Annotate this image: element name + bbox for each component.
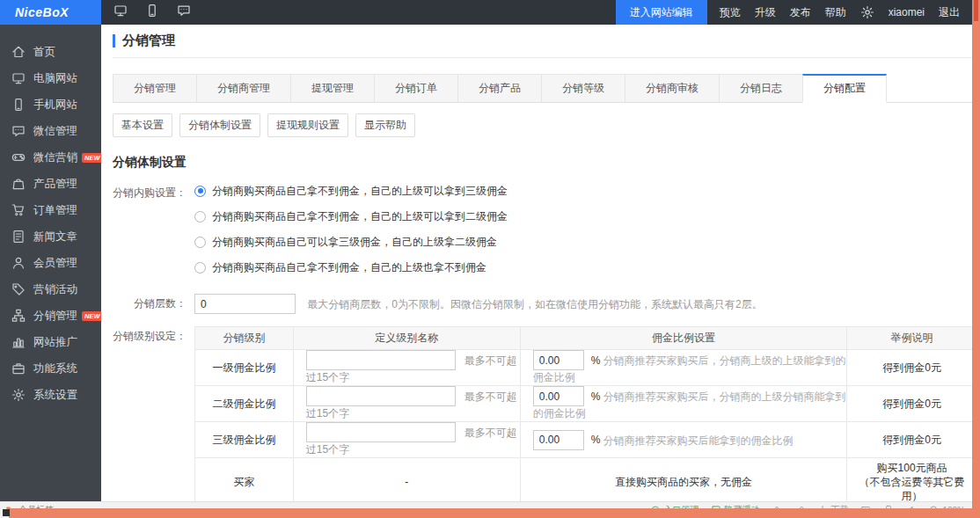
sidebar-item-label: 会员管理: [33, 256, 77, 271]
subbtn-basic[interactable]: 基本设置: [113, 113, 172, 137]
chat-icon: [11, 124, 26, 138]
sidebar-item-product-manage[interactable]: 产品管理: [0, 171, 101, 197]
commission-rate-input[interactable]: [533, 350, 584, 370]
logo[interactable]: NiceBoX: [15, 5, 69, 19]
table-row: 买家-直接购买商品的买家，无佣金购买100元商品 （不包含运费等其它费用）: [195, 458, 973, 507]
settings-gear-icon[interactable]: [860, 5, 874, 19]
sidebar-item-label: 系统设置: [33, 388, 77, 403]
logout-link[interactable]: 退出: [939, 5, 960, 20]
radio-circle-icon[interactable]: [194, 262, 206, 274]
level-name-input[interactable]: [306, 422, 456, 442]
tab-manage[interactable]: 分销管理: [113, 74, 197, 103]
commission-rate-input[interactable]: [533, 430, 584, 450]
briefcase-icon: [11, 361, 26, 376]
internal-purchase-radio-3[interactable]: 分销商购买商品自己可以拿三级佣金，自己的上级拿二级佣金: [194, 234, 508, 250]
distribution-levels-hint: 最大分销商层数，0为不限制。因微信分销限制，如在微信使用分销功能，系统默认最高只…: [307, 298, 762, 310]
tab-product[interactable]: 分销产品: [457, 74, 542, 103]
sidebar-item-wechat-marketing[interactable]: 微信营销NEW: [0, 144, 101, 171]
internal-purchase-label: 分销内购设置：: [113, 183, 186, 285]
taskbar-corner-fragment: [3, 509, 10, 516]
table-header-cell: 分销级别: [195, 327, 294, 350]
subbtn-system[interactable]: 分销体制设置: [179, 113, 260, 137]
table-header-cell: 佣金比例设置: [520, 327, 846, 350]
new-badge: NEW: [82, 311, 101, 321]
radio-circle-icon[interactable]: [194, 186, 206, 197]
desktop-icon: [11, 71, 26, 85]
sidebar-item-label: 微信营销: [33, 150, 77, 165]
topbar-desktop-button[interactable]: [113, 4, 128, 21]
topbar: NiceBoX 进入网站编辑 预览升级发布帮助 xiaomei 退出: [0, 0, 972, 25]
username[interactable]: xiaomei: [889, 6, 925, 18]
distribution-levels-label: 分销层数：: [113, 294, 186, 314]
brand-area[interactable]: NiceBoX: [0, 0, 101, 25]
radio-label: 分销商购买商品自己拿不到佣金，自己的上级可以拿到二级佣金: [212, 209, 508, 224]
commission-rate-input[interactable]: [533, 386, 584, 406]
internal-purchase-radio-1[interactable]: 分销商购买商品自己拿不到佣金，自己的上级可以拿到三级佣金: [194, 183, 508, 199]
page-title-row: 分销管理: [113, 25, 972, 58]
level-name-cell: 最多不可超过15个字: [293, 422, 520, 458]
tab-log[interactable]: 分销日志: [719, 74, 803, 103]
level-name-input[interactable]: [306, 386, 456, 406]
distribution-levels-field: 最大分销商层数，0为不限制。因微信分销限制，如在微信使用分销功能，系统默认最高只…: [186, 294, 763, 314]
sidebar-item-label: 分销管理: [33, 309, 77, 324]
internal-purchase-radio-2[interactable]: 分销商购买商品自己拿不到佣金，自己的上级可以拿到二级佣金: [194, 208, 508, 224]
sidebar-item-function-system[interactable]: 功能系统: [0, 355, 101, 382]
tab-grade[interactable]: 分销等级: [541, 74, 625, 103]
sidebar-item-wechat-manage[interactable]: 微信管理: [0, 118, 101, 144]
sidebar-item-distribution-manage[interactable]: 分销管理NEW: [0, 303, 101, 329]
topbar-right: 进入网站编辑 预览升级发布帮助 xiaomei 退出: [616, 0, 972, 25]
tab-audit[interactable]: 分销商审核: [625, 74, 720, 103]
tab-withdraw[interactable]: 提现管理: [290, 74, 375, 103]
preview-link[interactable]: 预览: [720, 5, 741, 20]
tab-distributor[interactable]: 分销商管理: [196, 74, 291, 103]
device-switcher: [101, 0, 191, 25]
internal-purchase-radio-4[interactable]: 分销商购买商品自己拿不到佣金，自己的上级也拿不到佣金: [194, 259, 508, 275]
sidebar-item-marketing-activity[interactable]: 营销活动: [0, 276, 101, 303]
sidebar-item-member-manage[interactable]: 会员管理: [0, 250, 101, 276]
external-window-bottom-edge: [9, 508, 980, 518]
distribution-levels-row: 分销层数： 最大分销商层数，0为不限制。因微信分销限制，如在微信使用分销功能，系…: [113, 294, 972, 314]
table-header-cell: 举例说明: [847, 327, 972, 350]
main-content: 分销管理 分销管理分销商管理提现管理分销订单分销产品分销等级分销商审核分销日志分…: [101, 25, 972, 506]
subbtn-withdraw-rule[interactable]: 提现规则设置: [267, 113, 348, 137]
enter-site-editor-button[interactable]: 进入网站编辑: [616, 0, 707, 25]
sidebar-item-pc-site[interactable]: 电脑网站: [0, 65, 101, 91]
tab-config[interactable]: 分销配置: [802, 74, 887, 103]
document-icon: [11, 230, 26, 244]
gamepad-icon: [11, 150, 26, 164]
tab-order[interactable]: 分销订单: [374, 74, 458, 103]
topbar-wechat-button[interactable]: [177, 4, 191, 21]
example-cell: 得到佣金0元: [847, 350, 972, 386]
commission-levels-table: 分销级别定义级别名称佣金比例设置举例说明一级佣金比例最多不可超过15个字%分销商…: [194, 326, 972, 506]
upgrade-link[interactable]: 升级: [755, 5, 776, 20]
desktop-icon: [113, 4, 128, 21]
external-window-scrollbar: [974, 0, 978, 21]
user-icon: [11, 256, 26, 270]
commission-rate-cell: %分销商推荐买家购买后，分销商的上级分销商能拿到的佣金比例: [520, 386, 846, 422]
sidebar-item-site-promotion[interactable]: 网站推广: [0, 329, 101, 355]
level-name-cell: 最多不可超过15个字: [293, 350, 520, 386]
topbar-mobile-button[interactable]: [145, 4, 159, 21]
commission-rate-cell: %分销商推荐买家购买后，分销商上级的上级能拿到的佣金比例: [520, 350, 846, 386]
chat-icon: [177, 4, 191, 21]
sidebar-item-order-manage[interactable]: 订单管理: [0, 197, 101, 223]
mobile-icon: [145, 4, 159, 21]
radio-label: 分销商购买商品自己拿不到佣金，自己的上级也拿不到佣金: [212, 260, 486, 275]
cart-icon: [11, 203, 26, 217]
level-cell: 一级佣金比例: [195, 350, 294, 386]
radio-circle-icon[interactable]: [194, 211, 206, 223]
section-heading-distribution-system: 分销体制设置: [113, 155, 972, 171]
title-accent-bar: [113, 34, 115, 47]
sidebar-item-mobile-site[interactable]: 手机网站: [0, 91, 101, 118]
distribution-levels-input[interactable]: [194, 294, 296, 314]
sidebar-item-system-settings[interactable]: 系统设置: [0, 382, 101, 408]
level-name-input[interactable]: [306, 350, 456, 370]
sidebar-item-home[interactable]: 首页: [0, 39, 101, 65]
publish-link[interactable]: 发布: [790, 5, 811, 20]
help-link[interactable]: 帮助: [825, 5, 846, 20]
sidebar-item-news-article[interactable]: 新闻文章: [0, 223, 101, 250]
tab-bar: 分销管理分销商管理提现管理分销订单分销产品分销等级分销商审核分销日志分销配置: [113, 73, 972, 103]
subbtn-show-help[interactable]: 显示帮助: [355, 113, 415, 137]
commission-rate-cell: 直接购买商品的买家，无佣金: [520, 458, 846, 507]
radio-circle-icon[interactable]: [194, 237, 206, 248]
